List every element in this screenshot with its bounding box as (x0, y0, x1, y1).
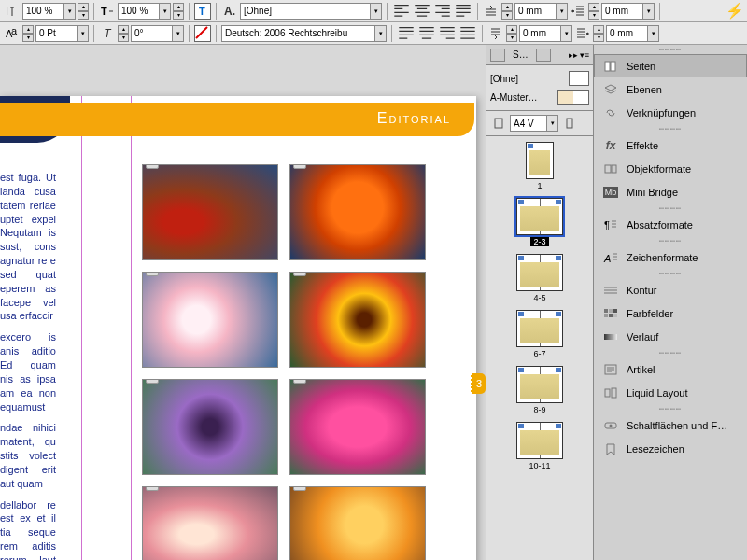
baseline-field[interactable]: ▾ (35, 25, 89, 42)
panel-item-links[interactable]: Verknüpfungen (594, 101, 747, 124)
panel-grip[interactable]: ┉┉┉┉ (594, 404, 747, 413)
indent-left-field[interactable]: ▾ (601, 3, 655, 20)
panel-item-label: Zeichenformate (627, 252, 739, 263)
svg-rect-23 (612, 388, 616, 398)
stepper[interactable]: ▴▾ (593, 25, 604, 42)
panel-item-paragraph-styles[interactable]: ¶Absatzformate (594, 213, 747, 236)
page-thumb[interactable]: 4-5 (516, 254, 563, 302)
char-style-field[interactable]: ▾ (240, 3, 382, 20)
justify-all-button[interactable] (458, 25, 477, 42)
stepper[interactable]: ▴▾ (173, 3, 184, 20)
vertical-scale-icon: I (4, 3, 21, 20)
justify-all-left-button[interactable] (397, 25, 416, 42)
panel-item-label: Mini Bridge (627, 187, 739, 198)
panel-tab-icon[interactable] (536, 49, 551, 62)
panel-tab-pages[interactable]: S… (509, 48, 532, 62)
indent-right-field[interactable]: ▾ (606, 25, 659, 42)
liquid-layout-icon (602, 385, 619, 400)
panel-item-object-styles[interactable]: Objektformate (594, 157, 747, 180)
panel-item-liquid-layout[interactable]: Liquid Layout (594, 381, 747, 404)
image-frame[interactable] (142, 164, 278, 260)
panel-item-bookmarks[interactable]: Lesezeichen (594, 437, 747, 460)
page-header: Editorial (0, 103, 474, 136)
text-color-icon[interactable]: T (194, 3, 211, 20)
panel-tab-icon[interactable] (490, 49, 505, 62)
document-canvas[interactable]: Editorial 3 est fuga. Ut landa cusa tate… (0, 45, 486, 560)
vertical-scale-field[interactable]: ▾ (22, 3, 76, 20)
image-frame[interactable] (289, 379, 426, 475)
horizontal-scale-field[interactable]: ▾ (118, 3, 171, 20)
justify-all-center-button[interactable] (417, 25, 436, 42)
align-center-button[interactable] (413, 3, 431, 20)
align-left-button[interactable] (392, 3, 411, 20)
collapse-icon[interactable]: ▸▸ (569, 50, 578, 60)
buttons-icon (602, 418, 619, 433)
stepper[interactable]: ▴▾ (22, 25, 34, 42)
image-frame[interactable] (142, 379, 278, 475)
master-label: A-Muster… (490, 92, 554, 103)
stepper[interactable]: ▴▾ (588, 3, 599, 20)
panel-grip[interactable]: ┉┉┉┉ (594, 348, 747, 357)
panel-menu-icon[interactable]: ▾≡ (580, 50, 589, 60)
master-thumb[interactable] (569, 71, 589, 86)
char-styles-icon: A (602, 250, 619, 265)
panel-grip[interactable]: ┉┉┉┉ (594, 269, 747, 278)
page-thumb-tab: 3 (471, 373, 486, 394)
page-tool-icon[interactable] (490, 115, 507, 132)
stepper[interactable]: ▴▾ (501, 3, 513, 20)
panel-item-swatches[interactable]: Farbfelder (594, 301, 747, 325)
master-row[interactable]: A-Muster… (490, 88, 589, 106)
orientation-icon[interactable] (561, 115, 578, 132)
space-before-field[interactable]: ▾ (514, 3, 568, 20)
stepper[interactable]: ▴▾ (506, 25, 517, 42)
master-row[interactable]: [Ohne] (490, 69, 589, 88)
panel-grip[interactable]: ┉┉┉┉ (594, 203, 747, 213)
space-before-icon (483, 3, 500, 20)
svg-rect-8 (605, 62, 610, 71)
stepper[interactable]: ▴▾ (118, 25, 129, 42)
page-thumb[interactable]: 10-11 (516, 422, 563, 470)
space-after-field[interactable]: ▾ (519, 25, 572, 42)
panel-item-char-styles[interactable]: AZeichenformate (594, 245, 747, 269)
panel-item-stroke[interactable]: Kontur (594, 278, 747, 301)
stroke-icon (602, 283, 619, 298)
panel-grip[interactable]: ┉┉┉┉ (594, 124, 747, 133)
master-thumb[interactable] (557, 90, 589, 105)
gradient-icon (602, 329, 619, 344)
image-frame[interactable] (142, 272, 278, 368)
svg-rect-14 (604, 309, 608, 313)
panel-item-mini-bridge[interactable]: MbMini Bridge (594, 180, 747, 203)
image-frame[interactable] (289, 164, 426, 260)
panel-item-layers[interactable]: Ebenen (594, 77, 747, 101)
image-frame[interactable] (289, 272, 426, 368)
panel-item-articles[interactable]: Artikel (594, 357, 747, 381)
panel-grip[interactable]: ┉┉┉┉ (594, 45, 747, 54)
quick-apply-icon[interactable]: ⚡ (726, 3, 743, 20)
panel-item-gradient[interactable]: Verlauf (594, 325, 747, 348)
mini-bridge-icon: Mb (602, 185, 619, 200)
panel-item-buttons[interactable]: Schaltflächen und F… (594, 413, 747, 437)
image-frame[interactable] (142, 486, 278, 560)
page-thumb[interactable]: 1 (526, 142, 554, 190)
panel-item-fx[interactable]: fxEffekte (594, 133, 747, 157)
page-thumb[interactable]: 2-3 (516, 198, 563, 246)
links-icon (602, 105, 619, 120)
paragraph-styles-icon: ¶ (602, 217, 619, 232)
stepper[interactable]: ▴▾ (78, 3, 89, 20)
align-right-button[interactable] (433, 3, 452, 20)
page-thumb[interactable]: 6-7 (516, 310, 563, 358)
char-style-icon: A. (221, 3, 238, 20)
page-size-field[interactable]: ▾ (510, 115, 558, 132)
body-text-frame[interactable]: est fuga. Ut landa cusa tatem rerlae upt… (0, 171, 56, 560)
panel-grip[interactable]: ┉┉┉┉ (594, 236, 747, 245)
skew-field[interactable]: ▾ (131, 25, 184, 42)
no-fill-icon[interactable] (194, 25, 211, 42)
panel-item-pages[interactable]: Seiten (594, 54, 747, 77)
image-frame[interactable] (289, 486, 426, 560)
language-field[interactable]: ▾ (221, 25, 387, 42)
panel-item-label: Schaltflächen und F… (627, 420, 739, 431)
page-thumb-label: 1 (534, 181, 544, 190)
justify-all-right-button[interactable] (438, 25, 457, 42)
page-thumb[interactable]: 8-9 (516, 366, 563, 414)
align-justify-button[interactable] (454, 3, 472, 20)
